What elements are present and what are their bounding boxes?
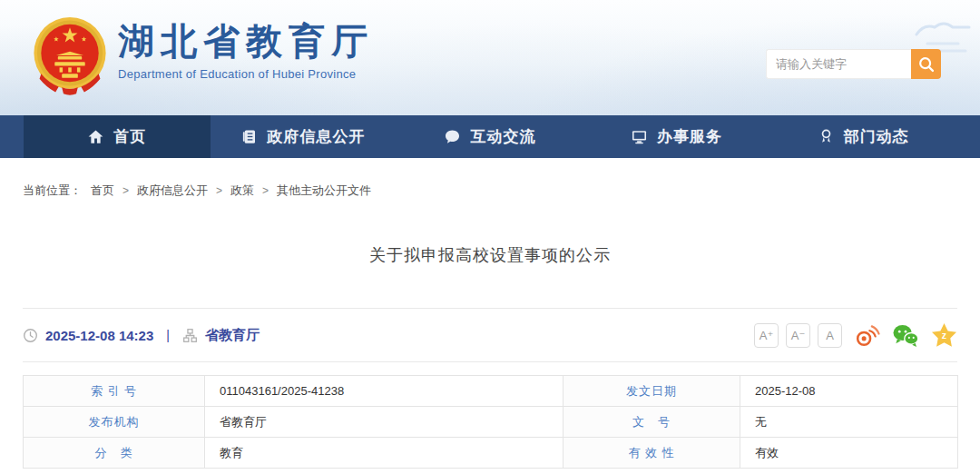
chat-icon bbox=[444, 128, 461, 145]
nav-item-label: 办事服务 bbox=[657, 126, 722, 147]
field-value-issue-date: 2025-12-08 bbox=[740, 376, 958, 407]
publish-source: 省教育厅 bbox=[205, 327, 260, 344]
search-icon bbox=[917, 55, 936, 74]
nav-item-home[interactable]: 首页 bbox=[24, 115, 211, 158]
article-title: 关于拟申报高校设置事项的公示 bbox=[23, 244, 957, 266]
breadcrumb-separator: > bbox=[262, 184, 269, 197]
national-emblem-logo bbox=[30, 15, 110, 98]
field-value-issuing-agency: 省教育厅 bbox=[205, 407, 564, 438]
field-value-validity: 有效 bbox=[740, 438, 958, 469]
table-row: 索 引 号 011043161/2025-41238 发文日期 2025-12-… bbox=[24, 376, 958, 407]
qzone-share-icon[interactable]: z bbox=[931, 322, 957, 348]
nav-item-label: 部门动态 bbox=[844, 126, 909, 147]
nav-item-department-news[interactable]: 部门动态 bbox=[769, 115, 956, 158]
site-header: 湖北省教育厅 Department of Education of Hubei … bbox=[0, 0, 980, 115]
meta-right: A⁺ A⁻ A bbox=[747, 322, 957, 348]
search-box bbox=[766, 49, 941, 79]
table-row: 分 类 教育 有 效 性 有效 bbox=[24, 438, 958, 469]
field-label-index-number: 索 引 号 bbox=[24, 376, 205, 407]
nav-item-gov-info[interactable]: 政府信息公开 bbox=[211, 115, 397, 158]
field-value-category: 教育 bbox=[205, 438, 564, 469]
home-icon bbox=[87, 128, 104, 145]
organization-icon bbox=[182, 328, 198, 343]
wechat-share-icon[interactable] bbox=[892, 323, 919, 348]
page-content: 当前位置： 首页 > 政府信息公开 > 政策 > 其他主动公开文件 关于拟申报高… bbox=[23, 183, 957, 469]
font-increase-button[interactable]: A⁺ bbox=[754, 323, 779, 348]
nav-item-label: 首页 bbox=[113, 126, 146, 147]
field-label-issue-date: 发文日期 bbox=[564, 376, 740, 407]
field-label-validity: 有 效 性 bbox=[564, 438, 740, 469]
field-value-index-number: 011043161/2025-41238 bbox=[205, 376, 564, 407]
nav-item-interaction[interactable]: 互动交流 bbox=[397, 115, 583, 158]
breadcrumb-item-other-docs[interactable]: 其他主动公开文件 bbox=[277, 183, 371, 199]
nav-item-label: 政府信息公开 bbox=[267, 126, 365, 147]
breadcrumb-prefix: 当前位置： bbox=[23, 183, 82, 199]
clock-icon bbox=[23, 328, 38, 343]
meta-divider: | bbox=[166, 328, 170, 342]
article-meta-bar: 2025-12-08 14:23 | 省教育厅 A⁺ A⁻ A bbox=[23, 308, 957, 362]
site-title-block: 湖北省教育厅 Department of Education of Hubei … bbox=[118, 22, 374, 81]
breadcrumb-item-gov-info[interactable]: 政府信息公开 bbox=[137, 183, 208, 199]
field-label-doc-number: 文 号 bbox=[564, 407, 740, 438]
weibo-share-icon[interactable] bbox=[854, 323, 880, 348]
field-value-doc-number: 无 bbox=[740, 407, 958, 438]
field-label-issuing-agency: 发布机构 bbox=[24, 407, 205, 438]
svg-text:z: z bbox=[942, 330, 946, 341]
breadcrumb-item-policy[interactable]: 政策 bbox=[230, 183, 254, 199]
site-title: 湖北省教育厅 bbox=[118, 22, 374, 62]
breadcrumb-separator: > bbox=[216, 184, 222, 197]
breadcrumb: 当前位置： 首页 > 政府信息公开 > 政策 > 其他主动公开文件 bbox=[23, 183, 957, 199]
publish-datetime: 2025-12-08 14:23 bbox=[45, 328, 153, 343]
nav-item-services[interactable]: 办事服务 bbox=[583, 115, 770, 158]
main-navbar: 首页 政府信息公开 互动交流 办事服务 部门动态 bbox=[0, 115, 980, 158]
font-decrease-button[interactable]: A⁻ bbox=[786, 323, 810, 348]
breadcrumb-item-home[interactable]: 首页 bbox=[91, 183, 114, 199]
search-button[interactable] bbox=[911, 49, 941, 79]
search-input[interactable] bbox=[766, 49, 911, 79]
font-reset-button[interactable]: A bbox=[818, 323, 842, 348]
person-icon bbox=[818, 128, 835, 145]
table-row: 发布机构 省教育厅 文 号 无 bbox=[24, 407, 958, 438]
meta-left: 2025-12-08 14:23 | 省教育厅 bbox=[23, 327, 260, 344]
document-icon bbox=[241, 128, 258, 145]
site-subtitle: Department of Education of Hubei Provinc… bbox=[118, 67, 374, 81]
nav-item-label: 互动交流 bbox=[470, 126, 535, 147]
breadcrumb-separator: > bbox=[122, 184, 129, 197]
monitor-icon bbox=[631, 128, 648, 145]
field-label-category: 分 类 bbox=[24, 438, 205, 469]
document-info-table: 索 引 号 011043161/2025-41238 发文日期 2025-12-… bbox=[23, 375, 958, 469]
